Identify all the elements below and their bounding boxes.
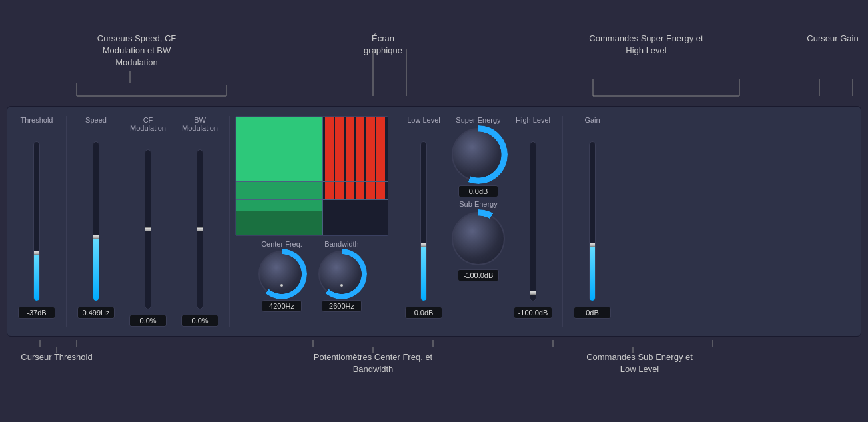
graphic-green-mid (236, 181, 322, 211)
threshold-value: -37dB (18, 307, 55, 319)
center-freq-value: 4200Hz (262, 300, 302, 312)
red-stripe-3 (346, 117, 354, 200)
speed-value: 0.499Hz (77, 307, 115, 319)
threshold-track-wrapper (33, 128, 40, 301)
low-level-value: 0.0dB (405, 307, 442, 319)
center-freq-knob[interactable] (258, 251, 305, 297)
cf-mod-track-wrapper (145, 136, 151, 309)
low-level-label: Low Level (407, 116, 440, 124)
bottom-annotation-lines (7, 337, 861, 390)
bottom-label-sub-energy: Commandes Sub Energy et Low Level (580, 351, 699, 375)
threshold-label: Threshold (21, 116, 53, 124)
center-freq-label: Center Freq. (261, 240, 302, 248)
red-stripe-2 (335, 117, 344, 200)
red-stripe-1 (325, 117, 334, 200)
high-level-thumb[interactable] (530, 291, 536, 295)
cf-mod-value: 0.0% (129, 315, 167, 327)
bandwidth-value: 2600Hz (322, 300, 362, 312)
annotation-speed-mod: Curseurs Speed, CF Modulation et BW Modu… (87, 33, 187, 69)
center-freq-section: Center Freq. 4200Hz (258, 240, 305, 312)
bw-mod-label: BWModulation (182, 116, 218, 132)
speed-fill (93, 237, 99, 300)
super-energy-knob[interactable] (452, 128, 505, 181)
red-stripe-6 (376, 117, 385, 200)
divider-1 (66, 116, 67, 327)
energy-knobs-group: Super Energy 0.0dB Sub Energy -100.0dB (452, 116, 505, 327)
threshold-thumb[interactable] (33, 251, 40, 255)
center-freq-knob-dot (280, 284, 283, 287)
outer-wrapper: Curseurs Speed, CF Modulation et BW Modu… (0, 0, 868, 422)
graphic-green-bot (236, 211, 322, 235)
low-level-thumb[interactable] (420, 243, 427, 247)
gain-label: Gain (584, 116, 600, 124)
super-energy-value: 0.0dB (458, 185, 498, 197)
bandwidth-section: Bandwidth 2600Hz (318, 240, 365, 312)
divider-3 (394, 116, 394, 327)
gain-value: 0dB (574, 307, 611, 319)
graphic-red-stripes (322, 117, 388, 200)
gain-track[interactable] (589, 141, 596, 301)
sub-energy-knob[interactable] (452, 212, 505, 265)
bottom-label-center-freq: Potentiomètres Center Freq. et Bandwidth (313, 351, 433, 375)
high-level-track[interactable] (530, 141, 536, 301)
bandwidth-knob[interactable] (318, 251, 365, 297)
bandwidth-knob-dot (340, 284, 343, 287)
speed-thumb[interactable] (93, 235, 99, 239)
top-annotations: Curseurs Speed, CF Modulation et BW Modu… (7, 33, 861, 106)
sub-energy-group: Sub Energy -100.0dB (452, 200, 505, 281)
threshold-section: Threshold -37dB (13, 116, 61, 327)
bw-mod-section: BWModulation 0.0% (176, 116, 224, 327)
threshold-fill (34, 253, 39, 300)
speed-section: Speed 0.499Hz (72, 116, 120, 327)
super-energy-group: Super Energy 0.0dB (452, 116, 505, 197)
high-level-label: High Level (516, 116, 550, 124)
annotation-gain: Curseur Gain (799, 33, 866, 45)
annotation-ecran: Écran graphique (353, 33, 413, 57)
annotation-super-energy: Commandes Super Energy et High Level (586, 33, 706, 57)
divider-2 (229, 116, 230, 327)
red-stripe-5 (366, 117, 374, 200)
speed-track-wrapper (93, 128, 99, 301)
gain-fill (590, 245, 595, 300)
bw-mod-track-wrapper (197, 136, 203, 309)
cf-mod-track[interactable] (145, 149, 151, 309)
bw-mod-track[interactable] (197, 149, 203, 309)
high-level-value: -100.0dB (514, 307, 553, 319)
cf-mod-thumb[interactable] (145, 227, 151, 231)
cf-mod-section: CFModulation 0.0% (124, 116, 172, 327)
graphic-line-h2 (236, 199, 388, 200)
gain-track-wrapper (589, 128, 596, 301)
low-level-fill (421, 245, 426, 300)
red-stripe-4 (356, 117, 364, 200)
bottom-label-threshold: Curseur Threshold (20, 351, 93, 363)
low-level-track-wrapper (420, 128, 427, 301)
sub-energy-value: -100.0dB (458, 269, 500, 281)
gain-thumb[interactable] (589, 243, 596, 247)
graphic-display[interactable] (235, 116, 388, 236)
low-level-track[interactable] (420, 141, 427, 301)
high-level-track-wrapper (530, 128, 536, 301)
speed-track[interactable] (93, 141, 99, 301)
speed-label: Speed (85, 116, 107, 124)
knob-row: Center Freq. 4200Hz Bandwidth 2600Hz (258, 240, 365, 312)
cf-mod-label: CFModulation (130, 116, 166, 132)
bottom-annotations: Curseur Threshold Potentiomètres Center … (7, 337, 861, 390)
sub-energy-label: Sub Energy (459, 200, 497, 208)
divider-4 (562, 116, 563, 327)
graphic-green-top (236, 117, 322, 182)
low-level-section: Low Level 0.0dB (400, 116, 448, 327)
graphic-line-v1 (322, 117, 323, 235)
high-level-section: High Level -100.0dB (509, 116, 557, 327)
super-energy-label: Super Energy (456, 116, 500, 124)
plugin-body: Threshold -37dB Speed 0.499Hz (7, 106, 861, 337)
bandwidth-label: Bandwidth (324, 240, 358, 248)
gain-section: Gain 0dB (568, 116, 616, 327)
threshold-track[interactable] (33, 141, 40, 301)
bw-mod-value: 0.0% (181, 315, 218, 327)
graphic-section: Center Freq. 4200Hz Bandwidth 2600Hz (235, 116, 388, 327)
graphic-line-h1 (236, 181, 388, 182)
bw-mod-thumb[interactable] (197, 227, 203, 231)
